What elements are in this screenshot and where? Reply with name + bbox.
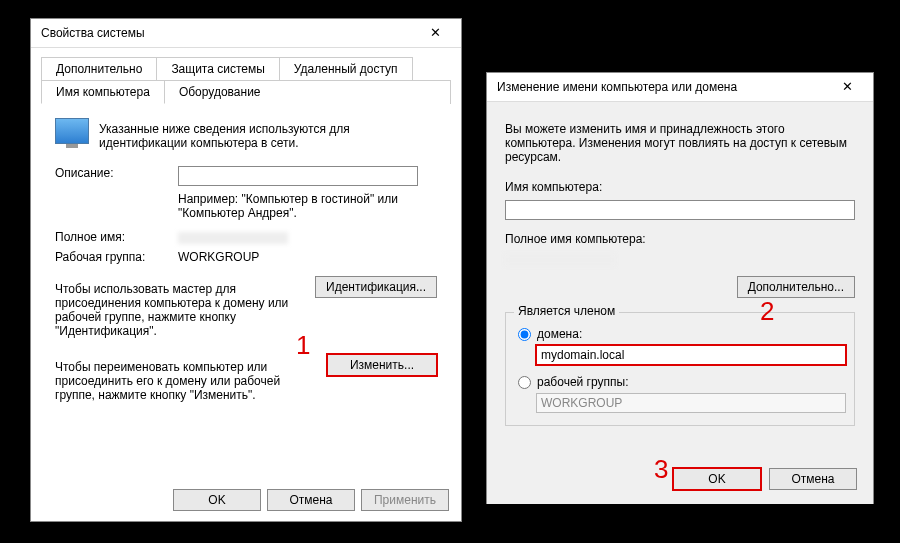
computer-name-label: Имя компьютера: [505, 180, 855, 194]
tab-system-protection[interactable]: Защита системы [157, 57, 279, 80]
domain-radio-label: домена: [537, 327, 582, 341]
tab-body: Указанные ниже сведения используются для… [41, 104, 451, 430]
fullname-label: Полное имя: [55, 230, 170, 244]
domain-input[interactable] [536, 345, 846, 365]
workgroup-value: WORKGROUP [178, 250, 259, 264]
cancel-button[interactable]: Отмена [267, 489, 355, 511]
description-hint: Например: "Компьютер в гостиной" или "Ко… [178, 192, 437, 220]
intro-text: Указанные ниже сведения используются для… [99, 122, 437, 150]
intro-text-2: Вы можете изменить имя и принадлежность … [505, 122, 855, 164]
description-label: Описание: [55, 166, 170, 180]
domain-radio[interactable] [518, 328, 531, 341]
change-text: Чтобы переименовать компьютер или присое… [55, 360, 315, 402]
computer-icon [55, 118, 89, 144]
cancel-button-2[interactable]: Отмена [769, 468, 857, 490]
workgroup-radio[interactable] [518, 376, 531, 389]
tab-hardware[interactable]: Оборудование [165, 80, 451, 104]
workgroup-label: Рабочая группа: [55, 250, 170, 264]
change-button[interactable]: Изменить... [327, 354, 437, 376]
ok-button[interactable]: OK [173, 489, 261, 511]
more-button[interactable]: Дополнительно... [737, 276, 855, 298]
identification-text: Чтобы использовать мастер для присоедине… [55, 282, 303, 338]
identification-button[interactable]: Идентификация... [315, 276, 437, 298]
tab-computer-name[interactable]: Имя компьютера [41, 80, 165, 104]
fullname-value-2 [505, 252, 855, 266]
close-icon-2[interactable]: ✕ [827, 76, 867, 98]
tab-advanced[interactable]: Дополнительно [41, 57, 157, 80]
workgroup-input: WORKGROUP [536, 393, 846, 413]
workgroup-radio-label: рабочей группы: [537, 375, 628, 389]
ok-button-2[interactable]: OK [673, 468, 761, 490]
fullname-label-2: Полное имя компьютера: [505, 232, 855, 246]
titlebar-2[interactable]: Изменение имени компьютера или домена ✕ [487, 73, 873, 102]
dialog-footer: OK Отмена Применить [173, 489, 449, 511]
window-title-2: Изменение имени компьютера или домена [497, 80, 737, 94]
member-of-group: Является членом домена: рабочей группы: … [505, 312, 855, 426]
window-title: Свойства системы [41, 26, 145, 40]
fullname-value [178, 230, 288, 244]
computer-name-input[interactable] [505, 200, 855, 220]
system-properties-window: Свойства системы ✕ Дополнительно Защита … [30, 18, 462, 522]
close-icon[interactable]: ✕ [415, 22, 455, 44]
tab-remote[interactable]: Удаленный доступ [280, 57, 413, 80]
computer-name-change-window: Изменение имени компьютера или домена ✕ … [486, 72, 874, 504]
titlebar[interactable]: Свойства системы ✕ [31, 19, 461, 48]
description-input[interactable] [178, 166, 418, 186]
apply-button[interactable]: Применить [361, 489, 449, 511]
group-legend: Является членом [514, 304, 619, 318]
